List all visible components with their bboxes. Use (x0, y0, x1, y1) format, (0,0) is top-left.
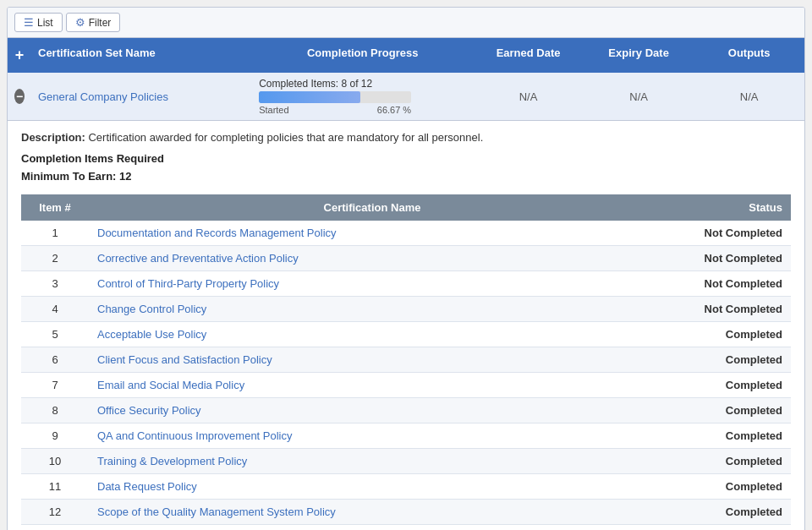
item-num-cell: 4 (21, 296, 89, 321)
table-row: 2Corrective and Preventative Action Poli… (21, 245, 791, 270)
progress-bottom: Started 66.67 % (259, 105, 411, 115)
status-cell: Not Completed (656, 245, 791, 270)
expiry-date-header: Expiry Date (584, 38, 694, 73)
list-label: List (37, 17, 53, 29)
progress-status-text: Started (259, 105, 288, 115)
cert-name-header: Certification Name (89, 194, 656, 221)
progress-percent-text: 66.67 % (377, 105, 411, 115)
cert-name-cell[interactable]: QA and Continuous Improvement Policy (89, 423, 656, 448)
collapse-button[interactable]: − (14, 89, 25, 104)
table-row: 6Client Focus and Satisfaction PolicyCom… (21, 347, 791, 372)
table-row: 9QA and Continuous Improvement PolicyCom… (21, 423, 791, 448)
completion-info: Completion Items Required Minimum To Ear… (21, 150, 791, 186)
table-header: + Certification Set Name Completion Prog… (8, 38, 804, 73)
toolbar: ☰ List ⚙ Filter (8, 8, 804, 38)
cert-name-cell[interactable]: Client Focus and Satisfaction Policy (89, 347, 656, 372)
table-row: 1Documentation and Records Management Po… (21, 221, 791, 246)
item-num-cell: 3 (21, 270, 89, 296)
table-row: 11Data Request PolicyCompleted (21, 473, 791, 499)
cert-name-cell[interactable]: Documentation and Records Management Pol… (89, 221, 656, 246)
status-cell: Completed (656, 321, 791, 347)
cert-name-cell[interactable]: Change Control Policy (89, 296, 656, 321)
detail-section: Description: Certification awarded for c… (8, 121, 804, 530)
table-row: 7Email and Social Media PolicyCompleted (21, 372, 791, 397)
item-num-cell: 12 (21, 499, 89, 524)
earned-date-header: Earned Date (473, 38, 584, 73)
status-cell: Completed (656, 423, 791, 448)
status-cell: Not Completed (656, 221, 791, 246)
main-container: ☰ List ⚙ Filter + Certification Set Name… (7, 7, 805, 530)
status-cell: Completed (656, 372, 791, 397)
inner-table-body: 1Documentation and Records Management Po… (21, 221, 791, 525)
table-row: 8Office Security PolicyCompleted (21, 397, 791, 423)
list-icon: ☰ (24, 16, 34, 29)
earned-date-cell: N/A (473, 85, 584, 108)
cert-name-text: General Company Policies (38, 90, 168, 103)
progress-bar-wrapper (259, 91, 411, 103)
outputs-header: Outputs (694, 38, 804, 73)
list-button[interactable]: ☰ List (14, 13, 63, 32)
cert-set-name-header: Certification Set Name (31, 38, 252, 73)
cert-name-cell[interactable]: Corrective and Preventative Action Polic… (89, 245, 656, 270)
inner-table: Item # Certification Name Status 1Docume… (21, 194, 791, 525)
description-paragraph: Description: Certification awarded for c… (21, 131, 791, 144)
add-icon: + (15, 46, 25, 64)
progress-bar-fill (259, 91, 360, 103)
description-label: Description: (21, 131, 85, 144)
item-num-cell: 11 (21, 473, 89, 499)
cert-name-cell[interactable]: Email and Social Media Policy (89, 372, 656, 397)
summary-row: − General Company Policies Completed Ite… (8, 73, 804, 121)
status-cell: Completed (656, 499, 791, 524)
table-row: 5Acceptable Use PolicyCompleted (21, 321, 791, 347)
item-num-header: Item # (21, 194, 89, 221)
expiry-date-cell: N/A (584, 85, 694, 108)
table-row: 4Change Control PolicyNot Completed (21, 296, 791, 321)
table-row: 12Scope of the Quality Management System… (21, 499, 791, 524)
item-num-cell: 7 (21, 372, 89, 397)
filter-label: Filter (89, 17, 112, 29)
filter-button[interactable]: ⚙ Filter (66, 13, 121, 32)
completion-progress-cell: Completed Items: 8 of 12 Started 66.67 % (252, 73, 473, 120)
item-num-cell: 9 (21, 423, 89, 448)
item-num-cell: 6 (21, 347, 89, 372)
inner-table-header-row: Item # Certification Name Status (21, 194, 791, 221)
table-row: 10Training & Development PolicyCompleted (21, 448, 791, 473)
collapse-col[interactable]: − (8, 84, 31, 109)
cert-set-name-cell[interactable]: General Company Policies (31, 85, 252, 108)
cert-name-cell[interactable]: Training & Development Policy (89, 448, 656, 473)
status-cell: Not Completed (656, 270, 791, 296)
status-cell: Completed (656, 448, 791, 473)
cert-name-cell[interactable]: Control of Third-Party Property Policy (89, 270, 656, 296)
item-num-cell: 8 (21, 397, 89, 423)
cert-name-cell[interactable]: Office Security Policy (89, 397, 656, 423)
status-cell: Not Completed (656, 296, 791, 321)
item-num-cell: 1 (21, 221, 89, 246)
completion-progress-header: Completion Progress (252, 38, 473, 73)
add-col-header[interactable]: + (8, 38, 31, 73)
minimum-to-earn-text: Minimum To Earn: 12 (21, 168, 791, 186)
item-num-cell: 10 (21, 448, 89, 473)
cert-name-cell[interactable]: Data Request Policy (89, 473, 656, 499)
completed-items-label: Completed Items: 8 of 12 (259, 78, 466, 90)
status-cell: Completed (656, 347, 791, 372)
outputs-cell: N/A (694, 85, 804, 108)
status-cell: Completed (656, 473, 791, 499)
item-num-cell: 2 (21, 245, 89, 270)
completion-items-required-text: Completion Items Required (21, 150, 791, 168)
cert-name-cell[interactable]: Scope of the Quality Management System P… (89, 499, 656, 524)
progress-area: Completed Items: 8 of 12 Started 66.67 % (259, 78, 466, 115)
cert-name-cell[interactable]: Acceptable Use Policy (89, 321, 656, 347)
status-cell: Completed (656, 397, 791, 423)
status-header: Status (656, 194, 791, 221)
filter-icon: ⚙ (75, 16, 85, 29)
table-row: 3Control of Third-Party Property PolicyN… (21, 270, 791, 296)
item-num-cell: 5 (21, 321, 89, 347)
